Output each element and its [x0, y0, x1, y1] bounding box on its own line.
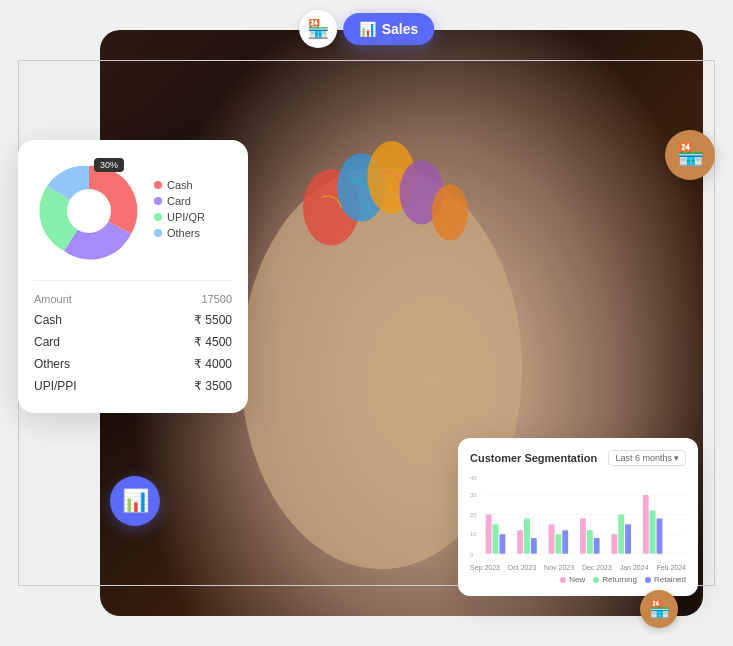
upi-row-label: UPI/PPI [34, 379, 77, 393]
returning-dot [593, 577, 599, 583]
upi-dot [154, 213, 162, 221]
month-sep: Sep 2023 [470, 564, 500, 571]
pie-tooltip: 30% [94, 158, 124, 172]
bar-chart-svg: 0 10 20 30 40 [470, 472, 686, 562]
sales-label: Sales [382, 21, 419, 37]
table-header: Amount 17500 [34, 289, 232, 309]
pie-card: 30% Cash Card UPI/QR Others [18, 140, 248, 413]
divider [34, 280, 232, 281]
svg-rect-16 [486, 515, 492, 554]
main-container: 🏪 📊 Sales 🏪 📊 🏪 [0, 0, 733, 646]
bar-chart-labels: Sep 2023 Oct 2023 Nov 2023 Dec 2023 Jan … [470, 564, 686, 571]
cash-dot [154, 181, 162, 189]
svg-rect-25 [580, 518, 586, 553]
new-legend-label: New [569, 575, 585, 584]
month-jan: Jan 2024 [620, 564, 649, 571]
svg-text:40: 40 [470, 475, 477, 481]
legend-returning: Returning [593, 575, 637, 584]
svg-rect-18 [499, 534, 505, 554]
report-icon: 📊 [122, 488, 149, 514]
svg-point-6 [67, 189, 111, 233]
cash-row: Cash ₹ 5500 [34, 309, 232, 331]
store-icon-top: 🏪 [299, 10, 337, 48]
svg-text:20: 20 [470, 512, 477, 518]
legend-new: New [560, 575, 585, 584]
frame-top [18, 60, 715, 61]
retained-legend-label: Retained [654, 575, 686, 584]
svg-text:30: 30 [470, 492, 477, 498]
legend-cash: Cash [154, 179, 205, 191]
svg-rect-20 [524, 518, 530, 553]
cash-row-label: Cash [34, 313, 62, 327]
bar-chart-area: 0 10 20 30 40 [470, 472, 686, 562]
sales-icon: 📊 [359, 21, 376, 37]
svg-rect-21 [531, 538, 537, 554]
svg-rect-29 [618, 515, 624, 554]
dropdown-chevron: ▾ [674, 453, 679, 463]
svg-point-5 [432, 184, 468, 240]
svg-rect-19 [517, 530, 523, 554]
others-label: Others [167, 227, 200, 239]
amount-col-header: Amount [34, 293, 72, 305]
svg-rect-30 [625, 524, 631, 553]
bar-legend: New Returning Retained [470, 575, 686, 584]
pie-chart-area: 30% Cash Card UPI/QR Others [34, 156, 232, 266]
others-row-value: ₹ 4000 [194, 357, 232, 371]
svg-rect-24 [562, 530, 568, 554]
others-row-label: Others [34, 357, 70, 371]
month-nov: Nov 2023 [544, 564, 574, 571]
frame-right [714, 60, 715, 586]
svg-rect-26 [587, 530, 593, 554]
card-row-value: ₹ 4500 [194, 335, 232, 349]
upi-row-value: ₹ 3500 [194, 379, 232, 393]
upi-label: UPI/QR [167, 211, 205, 223]
time-range-dropdown[interactable]: Last 6 months ▾ [608, 450, 686, 466]
others-row: Others ₹ 4000 [34, 353, 232, 375]
cash-label: Cash [167, 179, 193, 191]
legend-upi: UPI/QR [154, 211, 205, 223]
bar-card-header: Customer Segmentation Last 6 months ▾ [470, 450, 686, 466]
month-dec: Dec 2023 [582, 564, 612, 571]
returning-legend-label: Returning [602, 575, 637, 584]
svg-rect-33 [657, 518, 663, 553]
upi-row: UPI/PPI ₹ 3500 [34, 375, 232, 397]
card-row-label: Card [34, 335, 60, 349]
card-row: Card ₹ 4500 [34, 331, 232, 353]
report-icon-left[interactable]: 📊 [110, 476, 160, 526]
store-icon-right[interactable]: 🏪 [665, 130, 715, 180]
card-dot [154, 197, 162, 205]
svg-rect-31 [643, 495, 649, 554]
pie-legend: Cash Card UPI/QR Others [154, 179, 205, 243]
bar-card: Customer Segmentation Last 6 months ▾ 0 … [458, 438, 698, 596]
svg-rect-22 [549, 524, 555, 553]
month-oct: Oct 2023 [508, 564, 536, 571]
store-icon-bottom[interactable]: 🏪 [640, 590, 678, 628]
legend-retained: Retained [645, 575, 686, 584]
sales-badge-container: 🏪 📊 Sales [299, 10, 435, 48]
total-value: 17500 [201, 293, 232, 305]
svg-rect-23 [555, 534, 561, 554]
month-feb: Feb 2024 [656, 564, 686, 571]
cash-row-value: ₹ 5500 [194, 313, 232, 327]
new-dot [560, 577, 566, 583]
svg-rect-27 [594, 538, 600, 554]
svg-text:0: 0 [470, 552, 474, 558]
svg-rect-17 [493, 524, 499, 553]
svg-rect-28 [611, 534, 617, 554]
svg-text:10: 10 [470, 531, 477, 537]
others-dot [154, 229, 162, 237]
dropdown-label: Last 6 months [615, 453, 672, 463]
retained-dot [645, 577, 651, 583]
bar-card-title: Customer Segmentation [470, 452, 597, 464]
card-label: Card [167, 195, 191, 207]
svg-rect-32 [650, 511, 656, 554]
legend-others: Others [154, 227, 205, 239]
sales-button[interactable]: 📊 Sales [343, 13, 435, 45]
pie-chart-svg [34, 156, 144, 266]
legend-card: Card [154, 195, 205, 207]
